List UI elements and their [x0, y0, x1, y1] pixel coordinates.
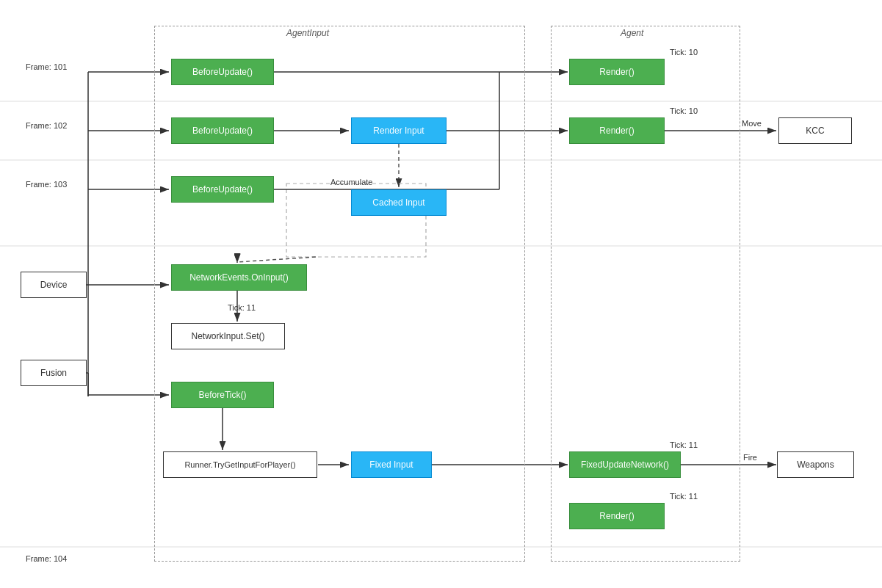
agentinput-region — [154, 26, 525, 562]
render-102: Render() — [569, 117, 665, 144]
runner-try-get-input: Runner.TryGetInputForPlayer() — [163, 451, 317, 478]
weapons-box: Weapons — [777, 451, 854, 478]
accumulate-label: Accumulate — [330, 178, 372, 186]
fixed-update-network: FixedUpdateNetwork() — [569, 451, 681, 478]
move-label: Move — [742, 119, 762, 128]
network-events-oninput: NetworkEvents.OnInput() — [171, 264, 307, 291]
frame-104-label: Frame: 104 — [26, 554, 67, 563]
render-101: Render() — [569, 59, 665, 85]
tick-101: Tick: 10 — [670, 48, 698, 57]
tick-11a: Tick: 11 — [228, 303, 256, 312]
agentinput-label: AgentInput — [286, 28, 329, 38]
render-input-box: Render Input — [351, 117, 447, 144]
tick-11b: Tick: 11 — [670, 440, 698, 449]
agent-region — [551, 26, 740, 562]
tick-102: Tick: 10 — [670, 106, 698, 115]
render-103: Render() — [569, 503, 665, 529]
device-box: Device — [21, 272, 87, 298]
before-tick: BeforeTick() — [171, 382, 274, 408]
fixed-input-box: Fixed Input — [351, 451, 432, 478]
before-update-101: BeforeUpdate() — [171, 59, 274, 85]
frame-101-label: Frame: 101 — [26, 62, 67, 71]
frame-102-label: Frame: 102 — [26, 121, 67, 130]
fusion-box: Fusion — [21, 360, 87, 386]
before-update-103: BeforeUpdate() — [171, 176, 274, 203]
agent-label: Agent — [621, 28, 643, 38]
network-input-set: NetworkInput.Set() — [171, 323, 285, 349]
frame-103-label: Frame: 103 — [26, 180, 67, 189]
kcc-box: KCC — [778, 117, 852, 144]
cached-input-box: Cached Input — [351, 189, 447, 216]
before-update-102: BeforeUpdate() — [171, 117, 274, 144]
fire-label: Fire — [743, 453, 757, 462]
tick-11c: Tick: 11 — [670, 492, 698, 501]
diagram-container: AgentInput Agent Frame: 101 Frame: 102 F… — [0, 0, 882, 588]
